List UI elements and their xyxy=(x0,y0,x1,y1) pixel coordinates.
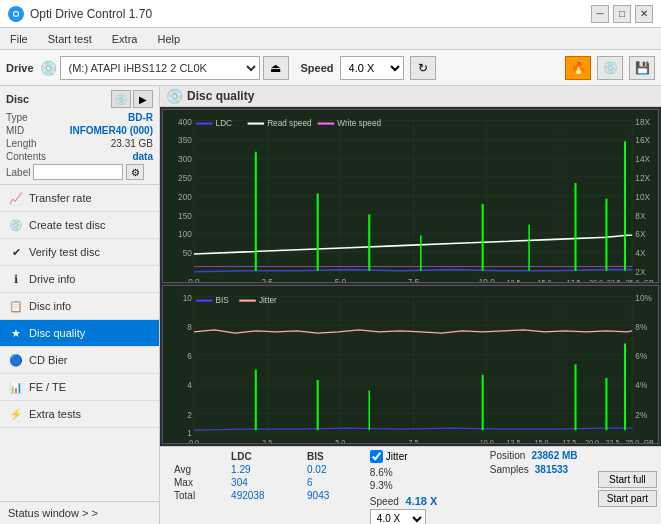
svg-text:2.5: 2.5 xyxy=(262,438,272,443)
svg-text:10.0: 10.0 xyxy=(479,277,495,282)
create-test-disc-icon: 💿 xyxy=(8,217,24,233)
label-input[interactable] xyxy=(33,164,123,180)
drive-select[interactable]: (M:) ATAPI iHBS112 2 CL0K xyxy=(60,56,260,80)
speed-value-stat: 4.18 X xyxy=(406,495,438,507)
charts-container: 400 350 300 250 200 150 100 50 18X 16X 1… xyxy=(160,107,661,446)
speed-select[interactable]: 4.0 X 8.0 X Max xyxy=(340,56,404,80)
jitter-checkbox[interactable] xyxy=(370,450,383,463)
title-bar: O Opti Drive Control 1.70 ─ □ ✕ xyxy=(0,0,661,28)
svg-text:0.0: 0.0 xyxy=(189,438,199,443)
start-part-button[interactable]: Start part xyxy=(598,490,657,507)
chart-title: Disc quality xyxy=(187,89,254,103)
bottom-stats-area: LDC BIS Avg 1.29 0.02 Max 304 6 xyxy=(160,446,661,524)
max-bis: 6 xyxy=(299,476,358,489)
nav-drive-info[interactable]: ℹ Drive info xyxy=(0,266,159,293)
svg-text:10%: 10% xyxy=(635,293,652,303)
nav-disc-quality[interactable]: ★ Disc quality xyxy=(0,320,159,347)
nav-fe-te[interactable]: 📊 FE / TE xyxy=(0,374,159,401)
stats-table: LDC BIS Avg 1.29 0.02 Max 304 6 xyxy=(160,447,364,524)
disc-icon-btn-1[interactable]: 💿 xyxy=(111,90,131,108)
svg-text:400: 400 xyxy=(178,117,192,127)
svg-text:GB: GB xyxy=(643,438,654,443)
svg-text:18X: 18X xyxy=(635,117,650,127)
disc-icon-btn-2[interactable]: ▶ xyxy=(133,90,153,108)
svg-text:4X: 4X xyxy=(635,248,646,258)
svg-text:5.0: 5.0 xyxy=(335,438,345,443)
nav-verify-test-disc[interactable]: ✔ Verify test disc xyxy=(0,239,159,266)
svg-text:5.0: 5.0 xyxy=(335,277,347,282)
label-key: Label xyxy=(6,167,30,178)
samples-key: Samples xyxy=(490,464,529,475)
eject-button[interactable]: ⏏ xyxy=(263,56,289,80)
svg-text:14X: 14X xyxy=(635,154,650,164)
nav-drive-info-label: Drive info xyxy=(29,273,75,285)
contents-val: data xyxy=(132,151,153,162)
svg-text:16X: 16X xyxy=(635,135,650,145)
maximize-button[interactable]: □ xyxy=(613,5,631,23)
disc-mid-row: MID INFOMER40 (000) xyxy=(6,125,153,136)
chart-ldc: 400 350 300 250 200 150 100 50 18X 16X 1… xyxy=(162,109,659,283)
nav-disc-quality-label: Disc quality xyxy=(29,327,85,339)
transfer-rate-icon: 📈 xyxy=(8,190,24,206)
menu-file[interactable]: File xyxy=(4,31,34,47)
svg-text:2.5: 2.5 xyxy=(261,277,273,282)
cd-bier-icon: 🔵 xyxy=(8,352,24,368)
start-full-button[interactable]: Start full xyxy=(598,471,657,488)
svg-text:Jitter: Jitter xyxy=(259,295,277,305)
max-ldc: 304 xyxy=(223,476,299,489)
label-btn[interactable]: ⚙ xyxy=(126,164,144,180)
col-header-ldc: LDC xyxy=(223,450,299,463)
avg-bis: 0.02 xyxy=(299,463,358,476)
nav-cd-bier[interactable]: 🔵 CD Bier xyxy=(0,347,159,374)
disc-button[interactable]: 💿 xyxy=(597,56,623,80)
svg-text:20.0: 20.0 xyxy=(585,438,599,443)
burn-button[interactable]: 🔥 xyxy=(565,56,591,80)
svg-text:2%: 2% xyxy=(635,410,648,420)
svg-text:4%: 4% xyxy=(635,380,648,390)
svg-rect-55 xyxy=(196,123,213,125)
col-header-empty xyxy=(166,450,223,463)
jitter-avg-row: 8.6% xyxy=(370,467,478,478)
nav-fe-te-label: FE / TE xyxy=(29,381,66,393)
toolbar: Drive 💿 (M:) ATAPI iHBS112 2 CL0K ⏏ Spee… xyxy=(0,50,661,86)
svg-text:6X: 6X xyxy=(635,229,646,239)
svg-text:0.0: 0.0 xyxy=(188,277,200,282)
svg-text:15.0: 15.0 xyxy=(538,278,552,282)
status-window-button[interactable]: Status window > > xyxy=(0,501,159,524)
jitter-max-row: 9.3% xyxy=(370,480,478,491)
fe-te-icon: 📊 xyxy=(8,379,24,395)
chart-bis: 10 8 6 4 2 1 10% 8% 6% 4% 2% 0.0 2.5 5.0 xyxy=(162,285,659,444)
speed-select-row: 4.0 X xyxy=(370,509,478,524)
disc-length-row: Length 23.31 GB xyxy=(6,138,153,149)
menu-start-test[interactable]: Start test xyxy=(42,31,98,47)
minimize-button[interactable]: ─ xyxy=(591,5,609,23)
close-button[interactable]: ✕ xyxy=(635,5,653,23)
nav-disc-info[interactable]: 📋 Disc info xyxy=(0,293,159,320)
menu-extra[interactable]: Extra xyxy=(106,31,144,47)
svg-text:8: 8 xyxy=(187,322,192,332)
nav-transfer-rate[interactable]: 📈 Transfer rate xyxy=(0,185,159,212)
svg-text:17.5: 17.5 xyxy=(562,438,576,443)
svg-text:150: 150 xyxy=(178,210,192,220)
chart-header: 💿 Disc quality xyxy=(160,86,661,107)
nav-create-test-disc[interactable]: 💿 Create test disc xyxy=(0,212,159,239)
refresh-button[interactable]: ↻ xyxy=(410,56,436,80)
nav-create-test-disc-label: Create test disc xyxy=(29,219,105,231)
svg-text:6: 6 xyxy=(187,351,192,361)
svg-text:17.5: 17.5 xyxy=(566,278,580,282)
samples-val: 381533 xyxy=(535,464,568,475)
svg-text:25.0: 25.0 xyxy=(625,278,639,282)
save-button[interactable]: 💾 xyxy=(629,56,655,80)
svg-text:Write speed: Write speed xyxy=(337,118,381,128)
speed-select-stat[interactable]: 4.0 X xyxy=(370,509,426,524)
menu-help[interactable]: Help xyxy=(151,31,186,47)
length-val: 23.31 GB xyxy=(111,138,153,149)
svg-text:8%: 8% xyxy=(635,322,648,332)
svg-text:2: 2 xyxy=(187,410,192,420)
nav-extra-tests[interactable]: ⚡ Extra tests xyxy=(0,401,159,428)
disc-info-area: Disc 💿 ▶ Type BD-R MID INFOMER40 (000) L… xyxy=(0,86,159,185)
type-key: Type xyxy=(6,112,28,123)
total-bis: 9043 xyxy=(299,489,358,502)
action-buttons-area: Start full Start part xyxy=(594,447,661,524)
mid-key: MID xyxy=(6,125,24,136)
